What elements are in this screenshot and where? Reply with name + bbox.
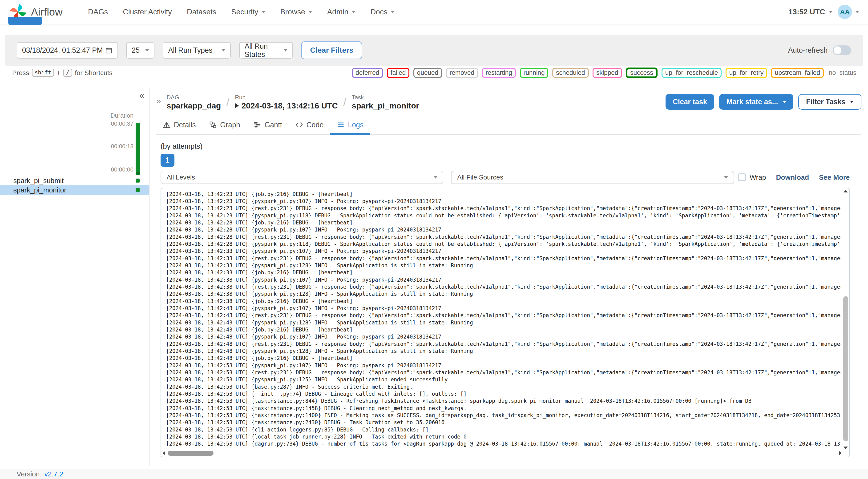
log-level-select[interactable]: All Levels — [160, 171, 443, 184]
run-states-select[interactable]: All Run States — [239, 42, 293, 59]
run-types-select[interactable]: All Run Types — [163, 42, 231, 59]
nav-item-label: Admin — [327, 7, 348, 16]
chevron-down-icon — [221, 49, 225, 52]
legend-badge-failed[interactable]: failed — [387, 68, 409, 78]
nav-item-cluster-activity[interactable]: Cluster Activity — [123, 7, 172, 16]
legend-badge-skipped[interactable]: skipped — [593, 68, 622, 78]
download-logs-button[interactable]: Download — [776, 173, 809, 181]
horizontal-scrollbar[interactable] — [163, 451, 842, 456]
nav-item-security[interactable]: Security — [231, 7, 265, 16]
nav-item-dags[interactable]: DAGs — [88, 7, 108, 16]
dag-id: sparkapp_dag — [167, 101, 221, 110]
tab-label: Gantt — [265, 121, 282, 129]
nav-item-docs[interactable]: Docs — [370, 7, 394, 16]
legend-badge-up-for-reschedule[interactable]: up_for_reschedule — [661, 68, 721, 78]
nav-item-label: Datasets — [187, 7, 216, 16]
clear-filters-button[interactable]: Clear Filters — [301, 41, 362, 59]
shortcuts-press: Press — [12, 69, 29, 77]
details-icon — [163, 121, 170, 129]
mark-state-as-button[interactable]: Mark state as... — [719, 94, 794, 109]
clear-task-button[interactable]: Clear task — [665, 94, 714, 109]
mark-state-as-label: Mark state as... — [726, 98, 778, 106]
nav-item-browse[interactable]: Browse — [280, 7, 312, 16]
tab-gantt[interactable]: Gantt — [247, 117, 289, 135]
vertical-scrollbar[interactable] — [843, 190, 848, 449]
legend-badge-scheduled[interactable]: scheduled — [552, 68, 589, 78]
expand-icon[interactable]: » — [156, 97, 161, 106]
legend-badge-restarting[interactable]: restarting — [482, 68, 516, 78]
tab-graph[interactable]: Graph — [203, 117, 247, 135]
collapse-sidebar-icon[interactable]: « — [140, 91, 145, 100]
breadcrumb-separator: / — [226, 96, 229, 108]
chevron-down-icon — [724, 176, 728, 179]
filter-tasks-button[interactable]: Filter Tasks — [798, 94, 861, 109]
log-line: [2024-03-18, 13:42:53 UTC] {taskinstance… — [166, 419, 840, 426]
horizontal-scrollbar-thumb[interactable] — [167, 451, 214, 456]
scroll-right-icon[interactable] — [839, 451, 842, 455]
version-link[interactable]: v2.7.2 — [44, 470, 63, 478]
breadcrumb-run: Run 2024-03-18, 13:42:16 UTC — [235, 94, 338, 111]
log-line: [2024-03-18, 13:42:53 UTC] {taskinstance… — [166, 412, 840, 419]
shortcuts-suffix: for Shortcuts — [75, 69, 113, 77]
chevron-down-icon — [782, 101, 786, 103]
legend-badge-upstream-failed[interactable]: upstream_failed — [771, 68, 824, 78]
see-more-button[interactable]: See More — [819, 173, 850, 181]
attempt-1-button[interactable]: 1 — [160, 154, 175, 167]
scroll-left-icon[interactable] — [163, 451, 165, 455]
wrap-toggle[interactable]: Wrap — [738, 173, 766, 181]
status-legend: deferredfailedqueuedremovedrestartingrun… — [352, 67, 857, 78]
task-status-square[interactable] — [135, 179, 140, 182]
tab-details[interactable]: Details — [156, 117, 203, 135]
breadcrumb-task-value[interactable]: spark_pi_monitor — [352, 101, 419, 110]
nav-item-admin[interactable]: Admin — [327, 7, 355, 16]
calendar-icon — [105, 47, 113, 54]
content: « Duration spark_pi_submitspark_pi_monit… — [0, 88, 868, 466]
scroll-down-icon[interactable] — [843, 447, 848, 449]
wrap-checkbox[interactable] — [738, 173, 746, 181]
shortcuts-hint: Press shift + / for Shortcuts — [12, 69, 113, 77]
vertical-scrollbar-thumb[interactable] — [843, 296, 848, 441]
log-file-source-select[interactable]: All File Sources — [451, 171, 734, 184]
log-line: [2024-03-18, 13:42:43 UTC] {job.py:216} … — [166, 326, 840, 333]
scroll-up-icon[interactable] — [843, 190, 848, 192]
kbd-shift: shift — [32, 69, 54, 77]
chevron-down-icon — [850, 101, 854, 103]
breadcrumb-run-value[interactable]: 2024-03-18, 13:42:16 UTC — [235, 101, 338, 110]
legend-row: Press shift + / for Shortcuts deferredfa… — [0, 67, 868, 78]
toggle-knob — [834, 46, 841, 54]
log-line: [2024-03-18, 13:42:53 UTC] {pyspark_pi.p… — [166, 376, 840, 383]
task-id: spark_pi_monitor — [352, 101, 419, 110]
date-filter-input[interactable]: 03/18/2024, 01:52:47 PM — [17, 42, 118, 59]
nav-item-label: Docs — [370, 7, 387, 16]
legend-badge-running[interactable]: running — [520, 68, 549, 78]
legend-badge-success[interactable]: success — [626, 67, 657, 78]
nav-menu: DAGsCluster ActivityDatasetsSecurityBrow… — [88, 7, 789, 16]
logs-icon — [337, 121, 345, 129]
user-menu[interactable]: AA — [838, 5, 859, 19]
chevron-down-icon — [434, 176, 437, 179]
log-line: [2024-03-18, 13:42:23 UTC] {pyspark_pi.p… — [166, 212, 840, 219]
tab-code[interactable]: Code — [289, 117, 330, 135]
clock-dropdown[interactable]: 13:52 UTC — [788, 7, 833, 16]
legend-badge-removed[interactable]: removed — [446, 68, 478, 78]
log-line: [2024-03-18, 13:42:38 UTC] {pyspark_pi.p… — [166, 276, 840, 283]
task-row-spark-pi-submit[interactable]: spark_pi_submit — [0, 176, 149, 185]
graph-icon — [209, 121, 217, 129]
auto-refresh-toggle[interactable] — [833, 45, 851, 55]
kbd-slash: / — [63, 69, 72, 77]
breadcrumb-dag-value[interactable]: sparkapp_dag — [167, 101, 221, 110]
log-filters: All Levels All File Sources Wrap Downloa… — [160, 171, 850, 184]
dag-run-duration-bar[interactable] — [135, 123, 140, 175]
log-level-value: All Levels — [166, 173, 195, 181]
page-size-select[interactable]: 25 — [126, 42, 154, 59]
nav-item-datasets[interactable]: Datasets — [187, 7, 216, 16]
top-navbar: Airflow DAGsCluster ActivityDatasetsSecu… — [0, 0, 868, 24]
tab-logs[interactable]: Logs — [330, 117, 370, 135]
legend-badge-deferred[interactable]: deferred — [352, 68, 383, 78]
manual-run-icon — [235, 103, 239, 108]
task-row-spark-pi-monitor[interactable]: spark_pi_monitor — [0, 185, 149, 195]
partially-visible-button[interactable] — [8, 17, 42, 25]
task-status-square[interactable] — [135, 188, 140, 192]
legend-badge-queued[interactable]: queued — [413, 68, 442, 78]
legend-badge-up-for-retry[interactable]: up_for_retry — [725, 68, 767, 78]
